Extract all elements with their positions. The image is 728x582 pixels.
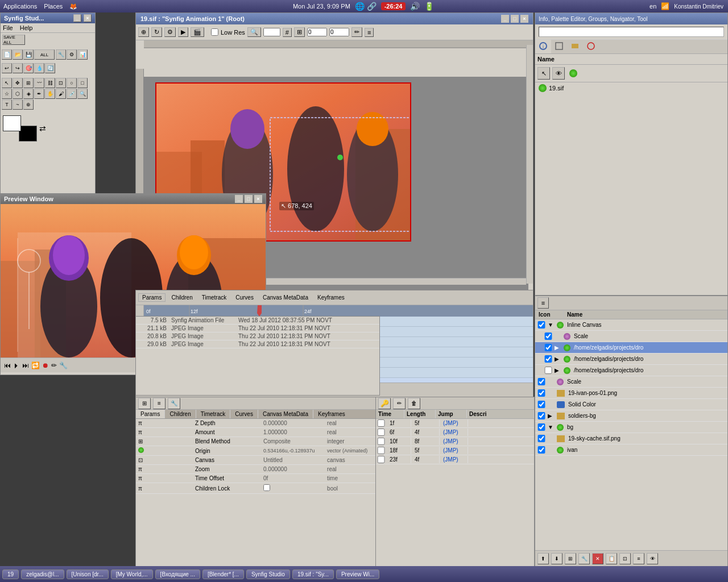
rp-filename-input[interactable]: 19.sif	[539, 27, 724, 37]
tool-10[interactable]: 🔄	[45, 63, 55, 73]
tool-zoom[interactable]: 🔍	[77, 89, 88, 99]
tool-feather[interactable]: ◈	[23, 89, 34, 99]
help-menu[interactable]: Help	[20, 24, 33, 31]
kf-check-4[interactable]	[377, 456, 385, 463]
kf-jump-4[interactable]: (JMP)	[440, 456, 468, 463]
swap-colors[interactable]: ⇄	[39, 124, 46, 133]
canvas-scrollbar-v[interactable]	[526, 45, 533, 284]
layer-sky-cache[interactable]: 19-sky-cache.sif.png	[535, 433, 727, 444]
tool-poly[interactable]: ⬡	[13, 89, 23, 99]
canvas-y[interactable]	[329, 28, 349, 36]
tool-transform[interactable]: ✥	[13, 78, 23, 88]
tab-keyframes[interactable]: Keyframes	[313, 410, 350, 418]
prev-tool[interactable]: 🔧	[59, 361, 68, 369]
file-row-3[interactable]: 20.8 kB JPEG Image Thu 22 Jul 2010 12:18…	[136, 332, 379, 340]
layer-solid-color[interactable]: Solid Color	[535, 399, 727, 410]
tool-select[interactable]: ↖	[2, 78, 12, 88]
params-tool-btn3[interactable]: 🔧	[168, 398, 180, 409]
tool-nav[interactable]: ⊡	[56, 78, 66, 88]
lp-btn-1[interactable]: ≡	[537, 297, 549, 309]
canvas-zoom-value[interactable]: 4	[263, 28, 280, 36]
preview-max[interactable]: □	[245, 195, 253, 203]
lp-bottom-btn4[interactable]: 🔧	[578, 553, 590, 564]
lp-bottom-btn3[interactable]: ⊞	[565, 553, 576, 564]
volume-icon[interactable]: 🔊	[410, 2, 420, 11]
tool-smooth[interactable]: 〰	[34, 78, 44, 88]
layer-scale-5[interactable]: Scale	[535, 376, 727, 388]
timeline-tab-timetrack[interactable]: Timetrack	[198, 294, 230, 301]
tab-children[interactable]: Children	[165, 410, 196, 418]
tool-6[interactable]: ⚙	[67, 49, 77, 60]
layer-check-0[interactable]	[537, 321, 545, 329]
layer-check-7[interactable]	[537, 401, 545, 408]
canvas-close[interactable]: ×	[520, 15, 528, 23]
places-menu[interactable]: Places	[44, 3, 63, 10]
kf-tool-delete[interactable]: 🗑	[408, 398, 420, 409]
canvas-btn-rotate[interactable]: ↻	[151, 27, 162, 37]
rp-btn-green[interactable]	[567, 67, 580, 80]
timeline-tab-curves[interactable]: Curves	[232, 294, 257, 301]
tool-smudge[interactable]: ~	[13, 99, 23, 110]
layer-check-9[interactable]	[537, 423, 545, 431]
kf-check-0[interactable]	[377, 419, 385, 427]
tb-item-synfig[interactable]: Synfig Studio	[246, 569, 290, 579]
canvas-btn-zoom-in[interactable]: 🔍	[247, 27, 261, 37]
bg-color[interactable]	[19, 126, 37, 142]
layer-ivan[interactable]: ivan	[535, 444, 727, 456]
fg-color[interactable]	[3, 115, 21, 131]
canvas-max[interactable]: □	[511, 15, 519, 23]
prev-forward[interactable]: ⏭	[22, 361, 29, 369]
layer-expand-9[interactable]: ▼	[548, 424, 555, 430]
children-lock-checkbox[interactable]	[263, 484, 270, 491]
rp-tab-groups[interactable]	[567, 40, 583, 53]
layer-inline-canvas[interactable]: ▼ Inline Canvas	[535, 319, 727, 331]
tool-hand[interactable]: ✋	[45, 89, 55, 99]
params-tool-btn1[interactable]: ⊞	[138, 398, 151, 409]
prev-loop[interactable]: 🔁	[31, 361, 40, 369]
layer-check-1[interactable]	[544, 332, 552, 340]
firefox-icon[interactable]: 🦊	[69, 3, 77, 10]
rp-tab-palette[interactable]	[551, 40, 567, 53]
tab-params[interactable]: Params	[136, 410, 165, 418]
canvas-btn-settings[interactable]: ⚙	[164, 27, 176, 37]
layer-path-2[interactable]: ▶ /home/zelgadis/projects/dro	[535, 342, 727, 354]
timeline-tab-keyframes[interactable]: Keyframes	[314, 294, 348, 301]
tool-rect[interactable]: □	[77, 78, 88, 88]
file-row-2[interactable]: 21.1 kB JPEG Image Thu 22 Jul 2010 12:18…	[136, 325, 379, 332]
lp-bottom-btn8[interactable]: ≡	[633, 553, 644, 564]
tool-redo[interactable]: ↪	[13, 63, 23, 73]
rp-tab-info[interactable]: i	[535, 40, 551, 53]
layer-check-6[interactable]	[537, 389, 545, 397]
tb-item-preview[interactable]: Preview Wi...	[336, 569, 379, 579]
layer-expand-8[interactable]: ▶	[548, 413, 555, 419]
kf-check-2[interactable]	[377, 438, 385, 445]
tab-curves[interactable]: Curves	[230, 410, 258, 418]
layer-ivan-png[interactable]: 19-ivan-pos-01.png	[535, 388, 727, 399]
layer-check-2[interactable]	[544, 344, 552, 351]
preview-controls[interactable]: ⏮ ⏵ ⏭ 🔁 ⏺ ✏ 🔧	[4, 361, 68, 369]
layer-expand-3[interactable]: ▶	[555, 356, 561, 362]
canvas-grid-btn[interactable]: #	[283, 28, 292, 37]
kf-jump-2[interactable]: (JMP)	[440, 438, 468, 445]
canvas-btn-render[interactable]: 🎬	[191, 27, 204, 37]
file-row-4[interactable]: 29.0 kB JPEG Image Thu 22 Jul 2010 12:18…	[136, 340, 379, 348]
canvas-x[interactable]	[307, 28, 327, 36]
tool-save[interactable]: 💾	[23, 49, 34, 60]
tb-item-zelgadis[interactable]: zelgadis@l...	[21, 569, 64, 579]
layer-scale-1[interactable]: Scale	[535, 331, 727, 342]
params-tool-btn2[interactable]: ≡	[153, 398, 166, 409]
preview-min[interactable]: _	[235, 195, 243, 203]
tool-star[interactable]: ☆	[2, 89, 12, 99]
layer-check-11[interactable]	[537, 446, 545, 454]
lp-bottom-btn2[interactable]: ⬇	[551, 553, 562, 564]
layer-expand-4[interactable]: ▶	[555, 367, 561, 373]
tool-9[interactable]: 💧	[34, 63, 44, 73]
canvas-btn-transform[interactable]: ⊕	[138, 27, 149, 37]
canvas-min[interactable]: _	[501, 15, 509, 23]
rp-btn-eye[interactable]: 👁	[552, 67, 565, 80]
prev-edit[interactable]: ✏	[51, 361, 57, 369]
layer-check-5[interactable]	[537, 378, 545, 385]
lp-bottom-btn5[interactable]: ✕	[592, 553, 603, 564]
timeline-tab-params[interactable]: Params	[138, 293, 166, 302]
tool-8[interactable]: 🎯	[23, 63, 34, 73]
